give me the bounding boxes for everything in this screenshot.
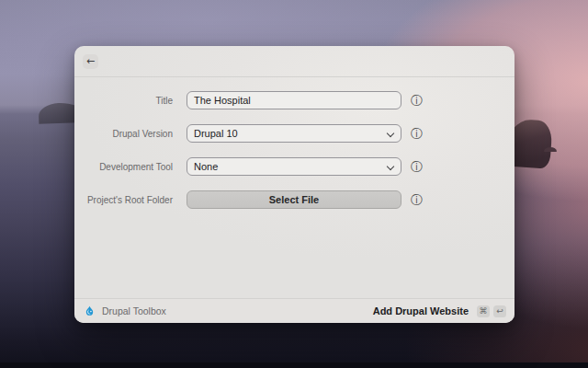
root-folder-label: Project's Root Folder [74, 195, 173, 205]
drupal-version-value: Drupal 10 [194, 128, 238, 139]
back-button[interactable]: ← [83, 54, 98, 69]
select-file-button[interactable]: Select File [187, 190, 401, 209]
development-tool-label: Development Tool [74, 162, 173, 172]
window-footer: Drupal Toolbox Add Drupal Website ⌘ ↩ [74, 298, 514, 323]
app-name: Drupal Toolbox [102, 305, 166, 316]
add-drupal-website-label: Add Drupal Website [373, 305, 469, 316]
add-drupal-website-button[interactable]: Add Drupal Website ⌘ ↩ [373, 305, 506, 317]
screen-edge [0, 362, 588, 368]
form-row-title: Title ⓘ [74, 91, 514, 109]
drupal-version-select[interactable]: Drupal 10 [187, 124, 401, 143]
title-label: Title [74, 96, 173, 106]
drupal-version-label: Drupal Version [74, 129, 173, 139]
form-row-drupal-version: Drupal Version Drupal 10 ⓘ [74, 124, 514, 143]
title-input[interactable] [187, 91, 401, 109]
info-icon[interactable]: ⓘ [411, 161, 423, 173]
info-icon[interactable]: ⓘ [411, 128, 423, 140]
info-icon[interactable]: ⓘ [411, 194, 423, 206]
drupal-toolbox-window: ← Title ⓘ Drupal Version Drupal 10 ⓘ Dev… [74, 46, 514, 323]
form-area: Title ⓘ Drupal Version Drupal 10 ⓘ Devel… [74, 77, 514, 298]
development-tool-value: None [194, 161, 218, 172]
info-icon[interactable]: ⓘ [411, 95, 423, 107]
return-key-icon: ↩ [493, 305, 506, 317]
command-key-icon: ⌘ [477, 305, 490, 317]
form-row-root-folder: Project's Root Folder Select File ⓘ [74, 190, 514, 209]
form-row-development-tool: Development Tool None ⓘ [74, 157, 514, 176]
development-tool-select[interactable]: None [187, 157, 401, 176]
drupal-logo-icon [84, 305, 96, 317]
rock-silhouette [544, 147, 557, 152]
window-header: ← [74, 46, 514, 77]
